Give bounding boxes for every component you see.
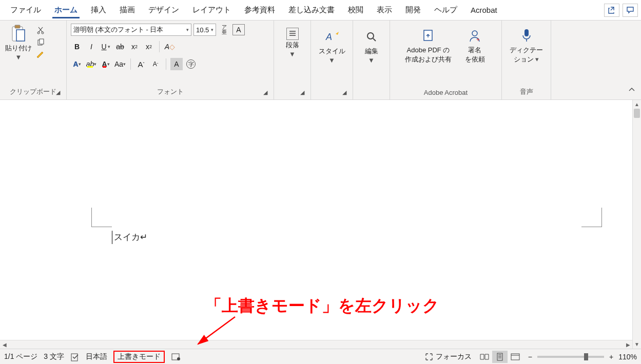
separator	[130, 58, 131, 70]
document-area[interactable]: ▲ ▼ ◀ ▶ スイカ↵ 「上書きモード」を左クリック	[0, 100, 641, 349]
tab-acrobat[interactable]: Acrobat	[465, 3, 502, 17]
status-focus-mode[interactable]: フォーカス	[424, 352, 472, 361]
bold-button[interactable]: B	[71, 41, 83, 53]
highlight-button[interactable]: ab▾	[85, 58, 98, 70]
tab-references[interactable]: 参考資料	[239, 2, 280, 18]
paragraph-button[interactable]: 段落 ▼	[280, 27, 305, 59]
underline-button[interactable]: U▾	[100, 41, 112, 53]
svg-rect-1	[15, 25, 20, 28]
copy-button[interactable]	[36, 38, 45, 47]
share-button[interactable]	[604, 4, 619, 17]
superscript-button[interactable]: x2	[143, 41, 155, 53]
tab-home[interactable]: ホーム	[49, 2, 83, 18]
chevron-down-icon: ▾	[211, 27, 213, 32]
tab-view[interactable]: 表示	[372, 2, 397, 18]
tab-layout[interactable]: レイアウト	[187, 2, 236, 18]
character-shading-button[interactable]: A	[170, 58, 183, 70]
group-adobe: Adobe PDF の 作成および共有 署名 を依頼 Adobe Acrobat	[390, 21, 502, 99]
paste-button[interactable]: 貼り付け ▼	[4, 24, 33, 62]
zoom-level[interactable]: 110%	[618, 353, 637, 361]
shrink-font-button[interactable]: Aˇ	[149, 58, 162, 70]
zoom-slider-thumb[interactable]	[584, 353, 588, 360]
scroll-left-button[interactable]: ◀	[0, 340, 9, 349]
chevron-down-icon: ▼	[15, 53, 22, 62]
cut-button[interactable]	[36, 26, 45, 35]
status-overwrite-mode[interactable]: 上書きモード	[113, 351, 165, 363]
phonetic-guide-button[interactable]: ア亜	[218, 24, 230, 36]
svg-text:A: A	[325, 32, 332, 42]
adobe-request-sign-button[interactable]: 署名 を依頼	[462, 26, 488, 64]
comments-button[interactable]	[623, 4, 638, 17]
group-editing: 編集 ▼	[353, 21, 390, 99]
subscript-button[interactable]: x2	[128, 41, 141, 53]
tab-design[interactable]: デザイン	[143, 2, 184, 18]
paragraph-launcher[interactable]: ◢	[300, 89, 307, 96]
chevron-down-icon: ▼	[368, 56, 375, 65]
collapse-ribbon-button[interactable]	[628, 86, 636, 95]
tab-insert[interactable]: 挿入	[86, 2, 111, 18]
chevron-down-icon: ▾	[186, 27, 189, 32]
zoom-in-button[interactable]: +	[609, 353, 613, 361]
character-border-button[interactable]: A	[232, 24, 245, 35]
scroll-down-button[interactable]: ▼	[633, 340, 641, 349]
status-macro[interactable]	[171, 352, 181, 361]
chevron-down-icon: ▼	[328, 56, 335, 65]
tab-mailings[interactable]: 差し込み文書	[283, 2, 340, 18]
group-voice-label: 音声	[506, 85, 547, 99]
view-web-button[interactable]	[508, 351, 523, 363]
zoom-out-button[interactable]: −	[528, 353, 532, 361]
font-name-select[interactable]: 游明朝 (本文のフォント - 日本 ▾	[71, 24, 191, 36]
vertical-scrollbar[interactable]: ▲ ▼	[632, 100, 641, 349]
editing-button[interactable]: 編集 ▼	[359, 27, 384, 65]
scroll-right-button[interactable]: ▶	[624, 340, 632, 349]
svg-rect-17	[511, 354, 519, 360]
italic-button[interactable]: I	[85, 41, 98, 53]
scroll-thumb[interactable]	[634, 109, 640, 118]
font-launcher[interactable]: ◢	[263, 89, 270, 96]
dictate-button[interactable]: ディクテー ション ▾	[509, 26, 544, 64]
clear-formatting-button[interactable]: A◇	[164, 41, 176, 53]
font-name-value: 游明朝 (本文のフォント - 日本	[73, 25, 164, 34]
tab-file[interactable]: ファイル	[5, 2, 46, 18]
clipboard-launcher[interactable]: ◢	[56, 89, 63, 96]
strikethrough-button[interactable]: ab	[114, 41, 126, 53]
text-effects-button[interactable]: A▾	[71, 58, 83, 70]
annotation-callout: 「上書きモード」を左クリック	[205, 295, 439, 317]
view-print-button[interactable]	[492, 351, 508, 363]
grow-font-button[interactable]: Aˆ	[135, 58, 147, 70]
font-color-button[interactable]: A▾	[100, 58, 112, 70]
group-adobe-label: Adobe Acrobat	[394, 87, 497, 99]
group-font-label: フォント	[71, 85, 269, 99]
margin-mark-right	[581, 208, 602, 227]
font-size-select[interactable]: 10.5 ▾	[193, 24, 216, 36]
styles-launcher[interactable]: ◢	[342, 89, 349, 96]
status-page[interactable]: 1/1 ページ	[4, 352, 37, 361]
group-styles: A スタイル ▼ ◢	[311, 21, 353, 99]
paragraph-label: 段落	[286, 41, 299, 49]
tab-help[interactable]: ヘルプ	[429, 2, 462, 18]
horizontal-scrollbar[interactable]: ◀ ▶	[0, 340, 632, 349]
tab-draw[interactable]: 描画	[114, 2, 140, 18]
chevron-down-icon: ▾	[535, 55, 539, 63]
format-painter-button[interactable]	[36, 50, 45, 59]
group-paragraph: 段落 ▼ ◢	[274, 21, 311, 99]
view-read-button[interactable]	[477, 351, 492, 363]
scroll-up-button[interactable]: ▲	[633, 100, 641, 109]
svg-rect-6	[40, 39, 44, 44]
status-language[interactable]: 日本語	[86, 352, 107, 361]
status-word-count[interactable]: 3 文字	[44, 352, 64, 361]
enclose-characters-button[interactable]: 字	[185, 58, 197, 70]
svg-rect-16	[497, 353, 502, 360]
document-text: スイカ↵	[114, 231, 147, 243]
ribbon-tabs: ファイル ホーム 挿入 描画 デザイン レイアウト 参考資料 差し込み文書 校閲…	[0, 0, 641, 21]
zoom-slider[interactable]	[537, 356, 604, 358]
paste-label: 貼り付け	[5, 44, 32, 52]
tab-developer[interactable]: 開発	[400, 2, 426, 18]
adobe-create-pdf-button[interactable]: Adobe PDF の 作成および共有	[404, 26, 453, 64]
change-case-button[interactable]: Aa▾	[114, 58, 126, 70]
styles-button[interactable]: A スタイル ▼	[318, 27, 346, 65]
status-proofing[interactable]	[70, 352, 80, 361]
tab-review[interactable]: 校閲	[343, 2, 368, 18]
dictate-label2: ション	[514, 55, 534, 63]
text-cursor	[112, 231, 112, 244]
